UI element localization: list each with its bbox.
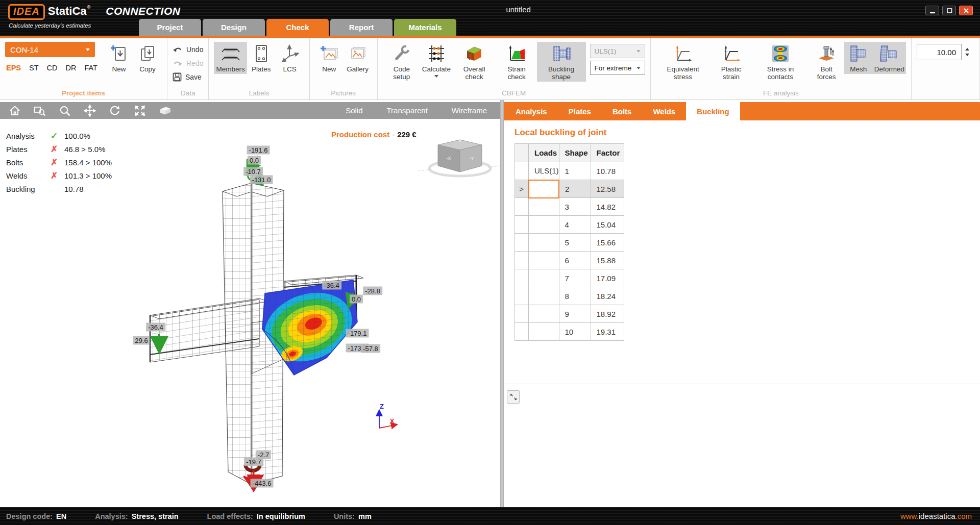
table-row[interactable]: 5 15.66 — [515, 234, 624, 252]
save-button[interactable]: Save — [173, 71, 203, 83]
table-row[interactable]: 10 19.31 — [515, 323, 624, 341]
table-row[interactable]: 9 18.92 — [515, 305, 624, 323]
panel-splitter[interactable] — [500, 100, 504, 507]
undo-button[interactable]: Undo — [173, 44, 203, 55]
model-value-label: 0.0 — [350, 295, 363, 304]
members-icon — [220, 43, 241, 64]
code-setup-button[interactable]: Code setup — [383, 42, 421, 82]
column-header-loads[interactable]: Loads — [529, 144, 559, 162]
cube-face-x-label[interactable]: -X — [447, 156, 451, 161]
view-mode-solid[interactable]: Solid — [346, 106, 362, 115]
table-row[interactable]: ULS(1) 1 10.78 — [515, 162, 624, 180]
table-row[interactable]: 6 15.88 — [515, 252, 624, 269]
model-value-label: -10.7 — [243, 167, 263, 176]
gallery-icon — [348, 43, 368, 64]
extreme-select[interactable]: For extreme — [590, 61, 645, 75]
ribbon: CON-14 EPS ST CD DR FAT New C — [0, 38, 980, 100]
results-tab-bolts[interactable]: Bolts — [602, 102, 643, 120]
results-tabs: Analysis Plates Bolts Welds Buckling — [504, 102, 980, 120]
clipping-box-icon[interactable] — [158, 104, 172, 117]
equivalent-stress-button[interactable]: Equivalent stress — [656, 42, 710, 82]
model-value-label: -36.4 — [322, 281, 341, 290]
cube-face-y-label[interactable]: -Y — [470, 156, 474, 161]
mesh-button[interactable]: Mesh — [844, 42, 873, 74]
model-value-label: 0.0 — [248, 156, 261, 165]
tab-design[interactable]: Design — [203, 19, 265, 36]
minimize-button[interactable] — [925, 6, 939, 15]
calculate-button[interactable]: Calculate — [421, 42, 452, 79]
lcs-labels-button[interactable]: LCS — [276, 42, 304, 74]
overall-check-button[interactable]: Overall check — [452, 42, 496, 82]
connection-selector[interactable]: CON-14 — [5, 42, 95, 57]
group-label-data: Data — [167, 89, 208, 99]
stress-in-contacts-button[interactable]: Stress in contacts — [752, 42, 809, 82]
group-label-project-items: Project items — [0, 89, 167, 99]
bolt-forces-button[interactable]: Bolt forces — [808, 42, 844, 82]
app-window: IDEA StatiCa® CONNECTION Calculate yeste… — [0, 0, 980, 525]
tab-report[interactable]: Report — [330, 19, 393, 36]
tab-check[interactable]: Check — [266, 19, 329, 36]
maximize-button[interactable] — [942, 6, 956, 15]
zoom-icon[interactable] — [58, 104, 71, 117]
new-picture-button[interactable]: New — [315, 42, 344, 74]
expand-panel-button[interactable] — [507, 390, 520, 404]
fail-icon: ✗ — [45, 144, 63, 155]
view-mode-transparent[interactable]: Transparent — [387, 106, 428, 115]
registered-mark: ® — [87, 5, 91, 10]
mode-eps[interactable]: EPS — [6, 64, 21, 72]
undo-icon — [173, 46, 183, 53]
pan-icon[interactable] — [83, 104, 96, 117]
view-mode-wireframe[interactable]: Wireframe — [452, 106, 487, 115]
result-row-analysis: Analysis ✓ 100.0% — [6, 129, 112, 142]
gallery-button[interactable]: Gallery — [344, 42, 372, 74]
overall-check-icon — [464, 43, 484, 64]
tab-materials[interactable]: Materials — [394, 19, 456, 36]
spinner-down-icon[interactable] — [965, 54, 969, 56]
fit-view-icon[interactable] — [133, 104, 146, 117]
table-row-selected[interactable]: > 2 12.58 — [515, 180, 624, 198]
plastic-strain-button[interactable]: Plastic strain — [710, 42, 752, 82]
copy-project-item-button[interactable]: Copy — [133, 42, 162, 74]
load-case-select[interactable]: ULS(1) — [590, 44, 645, 58]
deformed-button[interactable]: Deformed — [873, 42, 906, 74]
chevron-down-icon — [86, 48, 90, 51]
buckling-shape-icon — [551, 43, 572, 64]
tab-project[interactable]: Project — [139, 19, 201, 36]
zoom-window-icon[interactable] — [33, 104, 46, 117]
window-controls — [925, 6, 973, 15]
column-header-shape[interactable]: Shape — [559, 144, 591, 162]
website-link[interactable]: www.ideastatica.com — [900, 512, 972, 520]
results-tab-buckling[interactable]: Buckling — [686, 102, 740, 120]
close-button[interactable] — [959, 6, 973, 15]
deformed-scale-input[interactable]: 10.00 — [917, 44, 962, 60]
mode-st[interactable]: ST — [29, 64, 39, 72]
status-analysis: Analysis:Stress, strain — [95, 512, 178, 520]
results-tab-welds[interactable]: Welds — [642, 102, 686, 120]
section-title: Local buckling of joint — [514, 128, 980, 138]
stress-contacts-icon — [771, 43, 790, 64]
table-row[interactable]: 4 15.04 — [515, 216, 624, 234]
mode-cd[interactable]: CD — [47, 64, 58, 72]
members-labels-button[interactable]: Members — [214, 42, 247, 74]
table-row[interactable]: 7 17.09 — [515, 269, 624, 287]
table-header-row: Loads Shape Factor — [515, 144, 624, 162]
new-project-item-button[interactable]: New — [105, 42, 133, 74]
spinner-up-icon[interactable] — [965, 48, 969, 51]
table-row[interactable]: 8 18.24 — [515, 287, 624, 305]
plates-labels-button[interactable]: Plates — [247, 42, 276, 74]
table-row[interactable]: 3 14.82 — [515, 198, 624, 216]
model-value-label: -28.8 — [363, 287, 382, 295]
redo-button[interactable]: Redo — [173, 58, 203, 69]
buckling-shape-button[interactable]: Buckling shape — [537, 42, 586, 82]
strain-check-button[interactable]: Strain check — [496, 42, 536, 82]
rotate-icon[interactable] — [108, 104, 121, 117]
focused-cell[interactable] — [529, 180, 559, 198]
mode-fat[interactable]: FAT — [84, 64, 97, 72]
column-header-factor[interactable]: Factor — [591, 144, 624, 162]
results-tab-plates[interactable]: Plates — [558, 102, 602, 120]
home-view-icon[interactable] — [8, 104, 21, 117]
results-tab-analysis[interactable]: Analysis — [505, 102, 558, 120]
deformed-icon — [878, 43, 900, 64]
mode-dr[interactable]: DR — [66, 64, 77, 72]
viewport-3d: Solid Transparent Wireframe — [0, 100, 500, 507]
